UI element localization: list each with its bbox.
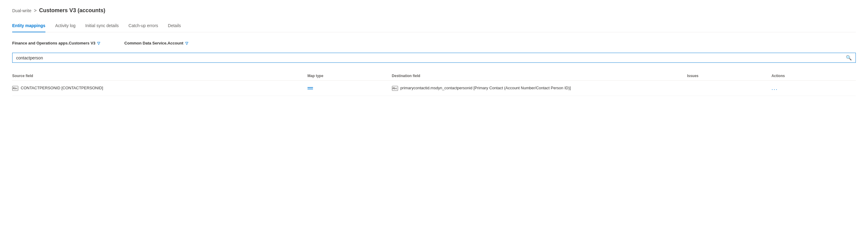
tab-details[interactable]: Details (168, 20, 181, 32)
source-field-value: CONTACTPERSONID [CONTACTPERSONID] (21, 86, 103, 90)
actions-cell[interactable]: ... (771, 81, 856, 96)
map-line-1 (308, 87, 313, 88)
filter-right-icon[interactable]: ▽ (185, 41, 188, 45)
breadcrumb-parent[interactable]: Dual-write (12, 8, 31, 13)
issues-cell (687, 81, 771, 96)
col-issues: Issues (687, 71, 771, 81)
col-source-field: Source field (12, 71, 308, 81)
col-map-type: Map type (308, 71, 392, 81)
destination-field-cell: Abc primarycontactid.msdyn_contactperson… (392, 81, 687, 96)
map-type-icon (308, 87, 388, 89)
tabs-bar: Entity mappings Activity log Initial syn… (12, 20, 856, 32)
table-header-row: Source field Map type Destination field … (12, 71, 856, 81)
breadcrumb-separator: > (34, 8, 37, 13)
destination-field-value: primarycontactid.msdyn_contactpersonid [… (401, 86, 571, 90)
actions-menu-button[interactable]: ... (771, 85, 778, 91)
map-line-2 (308, 89, 313, 89)
breadcrumb: Dual-write > Customers V3 (accounts) (12, 7, 856, 14)
search-input[interactable] (16, 56, 846, 60)
col-destination-field: Destination field (392, 71, 687, 81)
tab-activity-log[interactable]: Activity log (55, 20, 75, 32)
source-field-cell: Abc CONTACTPERSONID [CONTACTPERSONID] (12, 81, 308, 96)
dest-field-type-icon: Abc (392, 86, 398, 91)
search-icon[interactable]: 🔍 (846, 55, 852, 61)
breadcrumb-current: Customers V3 (accounts) (39, 7, 105, 14)
tab-catch-up-errors[interactable]: Catch-up errors (129, 20, 158, 32)
entity-mappings-table: Source field Map type Destination field … (12, 71, 856, 96)
filter-row: Finance and Operations apps.Customers V3… (12, 41, 856, 45)
tab-initial-sync-details[interactable]: Initial sync details (85, 20, 119, 32)
filter-right: Common Data Service.Account ▽ (124, 41, 188, 45)
col-actions: Actions (771, 71, 856, 81)
filter-left-icon[interactable]: ▽ (97, 41, 100, 45)
table-row: Abc CONTACTPERSONID [CONTACTPERSONID] Ab… (12, 81, 856, 96)
tab-entity-mappings[interactable]: Entity mappings (12, 20, 45, 32)
search-container: 🔍 (12, 53, 856, 63)
map-type-cell (308, 81, 392, 96)
source-field-type-icon: Abc (12, 86, 18, 91)
filter-left: Finance and Operations apps.Customers V3… (12, 41, 100, 45)
